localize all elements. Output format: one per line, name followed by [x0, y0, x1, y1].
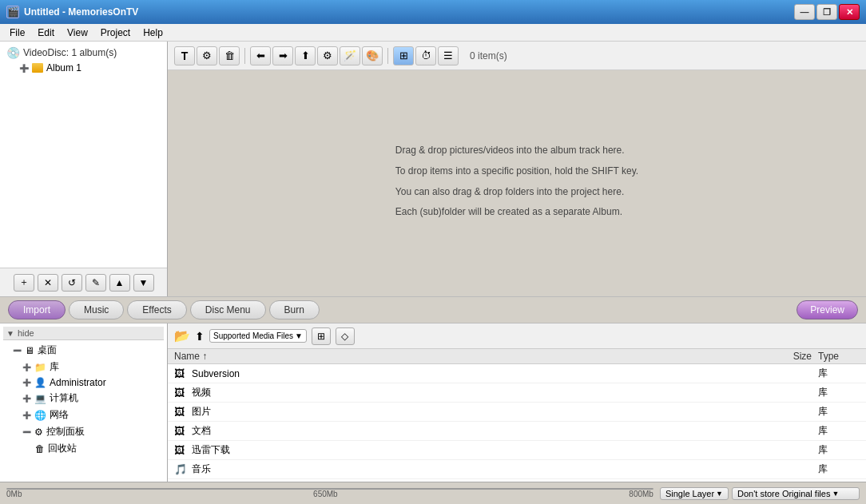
file-name: 文档 [192, 424, 756, 438]
separator-1 [244, 48, 245, 64]
file-rows: 🖼 Subversion 库 🖼 视频 库 🖼 图片 库 🖼 文档 库 🖼 迅雷… [168, 364, 866, 479]
title-bar: 🎬 Untitled - MemoriesOnTV — ❐ ✕ [0, 0, 866, 24]
recycle-icon: 🗑 [35, 443, 45, 454]
tree-item-recycle[interactable]: 🗑 回收站 [3, 440, 164, 457]
store-dropdown[interactable]: Don't store Original files ▼ [732, 487, 860, 500]
computer-icon: 💻 [34, 393, 46, 404]
media-filter-label: Supported Media Files [213, 331, 293, 340]
tab-disc-menu[interactable]: Disc Menu [190, 300, 266, 319]
tab-burn[interactable]: Burn [269, 300, 320, 319]
menu-view[interactable]: View [61, 26, 94, 40]
minimize-button[interactable]: — [794, 4, 815, 20]
restore-button[interactable]: ❐ [816, 4, 837, 20]
hint-line2: To drop items into a specific position, … [395, 163, 638, 181]
file-name: Subversion [192, 368, 756, 379]
text-tool-button[interactable]: T [174, 46, 195, 65]
nav-up-button[interactable]: ⬆ [295, 46, 316, 65]
menu-edit[interactable]: Edit [31, 26, 61, 40]
palette-button[interactable]: 🎨 [362, 46, 383, 65]
file-toolbar: 📂 ⬆ Supported Media Files ▼ ⊞ ◇ [168, 323, 866, 349]
timeline-view-button[interactable]: ⏱ [415, 46, 436, 65]
wand-button[interactable]: 🪄 [340, 46, 360, 65]
table-row[interactable]: 🖼 文档 库 [168, 422, 866, 441]
disc-icon: 💿 [6, 46, 20, 59]
store-label: Don't store Original files [737, 489, 830, 498]
album-icon [32, 63, 43, 73]
tab-import[interactable]: Import [8, 300, 66, 319]
progress-track [6, 488, 653, 490]
file-name: 音乐 [192, 462, 756, 476]
edit-album-button[interactable]: ✎ [85, 274, 106, 292]
table-row[interactable]: 🎵 音乐 库 [168, 460, 866, 479]
lib-icon: 📁 [34, 362, 46, 373]
layer-dropdown[interactable]: Single Layer ▼ [660, 487, 729, 500]
item-count: 0 item(s) [470, 50, 507, 62]
file-type: 库 [812, 462, 860, 476]
progress-area: 0Mb 650Mb 800Mb [6, 488, 653, 498]
status-bar: 0Mb 650Mb 800Mb Single Layer ▼ Don't sto… [0, 482, 866, 504]
file-icon: 🖼 [174, 367, 189, 379]
desktop-icon: 🖥 [25, 345, 34, 356]
tree-item-admin[interactable]: ➕ 👤 Administrator [3, 375, 164, 390]
album-panel: 💿 VideoDisc: 1 album(s) ➕ Album 1 ＋ ✕ ↺ … [0, 42, 168, 296]
layer-dropdown-icon: ▼ [716, 490, 723, 498]
expand-icon: ➕ [19, 64, 29, 73]
grid-view-button[interactable]: ⊞ [393, 46, 414, 65]
menu-project[interactable]: Project [94, 26, 137, 40]
move-up-button[interactable]: ▲ [109, 274, 130, 292]
album-item[interactable]: ➕ Album 1 [3, 61, 164, 75]
table-row[interactable]: 🖼 迅雷下载 库 [168, 441, 866, 460]
menu-help[interactable]: Help [137, 26, 169, 40]
hide-label: hide [18, 328, 34, 338]
tab-music[interactable]: Music [69, 300, 124, 319]
col-size[interactable]: Size [756, 351, 812, 362]
folder-up-icon: ⬆ [195, 330, 205, 343]
settings2-button[interactable]: ⚙ [317, 46, 338, 65]
expand-desktop-icon: ➖ [13, 347, 22, 355]
file-name: 迅雷下载 [192, 443, 756, 457]
tree-item-controlpanel[interactable]: ➖ ⚙ 控制面板 [3, 423, 164, 440]
filter-button[interactable]: ◇ [336, 327, 355, 345]
tab-bar: Import Music Effects Disc Menu Burn Prev… [0, 296, 866, 323]
delete-button[interactable]: 🗑 [219, 46, 240, 65]
hint-line1: Drag & drop pictures/videos into the alb… [395, 142, 638, 160]
progress-label-650mb: 650Mb [313, 490, 338, 498]
table-row[interactable]: 🖼 Subversion 库 [168, 364, 866, 383]
store-dropdown-icon: ▼ [832, 490, 839, 498]
menu-bar: File Edit View Project Help [0, 24, 866, 42]
table-row[interactable]: 🖼 视频 库 [168, 383, 866, 403]
tree-item-lib[interactable]: ➕ 📁 库 [3, 359, 164, 375]
menu-file[interactable]: File [3, 26, 31, 40]
delete-album-button[interactable]: ✕ [38, 274, 58, 292]
list-view-button[interactable]: ☰ [438, 46, 459, 65]
tree-item-computer[interactable]: ➕ 💻 计算机 [3, 390, 164, 407]
table-row[interactable]: 🖼 图片 库 [168, 403, 866, 422]
move-down-button[interactable]: ▼ [133, 274, 154, 292]
nav-right-button[interactable]: ➡ [272, 46, 293, 65]
controlpanel-icon: ⚙ [34, 427, 43, 438]
progress-label-800mb: 800Mb [629, 490, 653, 498]
dropdown-arrow-icon: ▼ [295, 331, 303, 340]
add-album-button[interactable]: ＋ [14, 274, 34, 292]
tree-header: ▼ hide [3, 327, 164, 340]
tree-item-desktop[interactable]: ➖ 🖥 桌面 [3, 342, 164, 359]
col-name[interactable]: Name ↑ [174, 351, 756, 362]
file-list-panel: 📂 ⬆ Supported Media Files ▼ ⊞ ◇ Name ↑ S… [168, 323, 866, 482]
tab-effects[interactable]: Effects [127, 300, 186, 319]
file-type: 库 [812, 443, 860, 457]
collapse-icon[interactable]: ▼ [6, 329, 14, 338]
file-icon: 🎵 [174, 463, 189, 475]
nav-left-button[interactable]: ⬅ [250, 46, 271, 65]
close-button[interactable]: ✕ [839, 4, 860, 20]
tree-item-network[interactable]: ➕ 🌐 网络 [3, 407, 164, 423]
preview-button[interactable]: Preview [796, 300, 858, 319]
view-toggle-button[interactable]: ⊞ [312, 327, 331, 345]
col-type[interactable]: Type [812, 351, 860, 362]
file-icon: 🖼 [174, 406, 189, 418]
network-icon: 🌐 [34, 410, 46, 421]
videodisc-root: 💿 VideoDisc: 1 album(s) [3, 45, 164, 61]
reset-album-button[interactable]: ↺ [62, 274, 82, 292]
media-filter-dropdown[interactable]: Supported Media Files ▼ [209, 329, 307, 343]
settings-button[interactable]: ⚙ [197, 46, 217, 65]
editor-canvas: Drag & drop pictures/videos into the alb… [168, 70, 866, 296]
